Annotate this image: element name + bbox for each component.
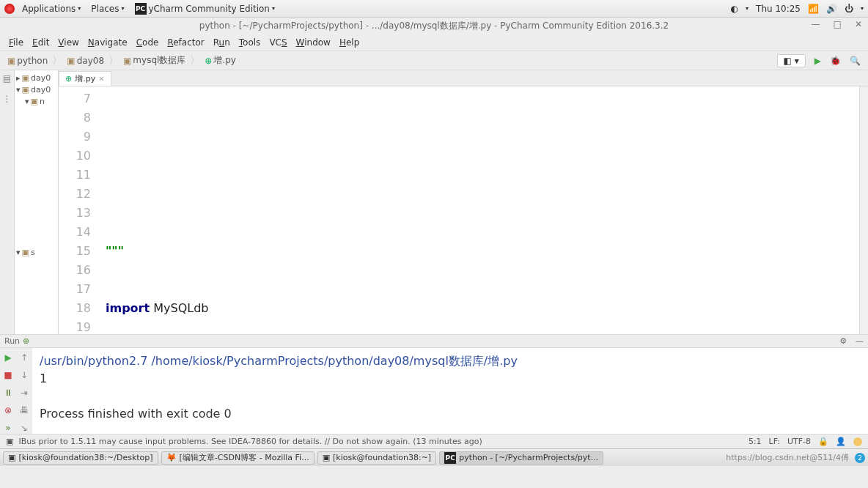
editor-tabs: ⊕ 增.py ✕ <box>59 70 868 86</box>
crumb-mysqldb[interactable]: mysql数据库 <box>133 54 185 67</box>
menu-vcs[interactable]: VCS <box>266 36 290 49</box>
workspace-indicator[interactable]: 2 <box>855 453 865 463</box>
places-menu[interactable]: Places ▾ <box>88 4 127 14</box>
debug-button[interactable]: 🐞 <box>830 56 841 66</box>
down-icon[interactable]: ↓ <box>21 370 28 380</box>
console-command: /usr/bin/python2.7 /home/kiosk/PycharmPr… <box>40 352 861 370</box>
pycharm-icon: PC <box>444 452 456 464</box>
run-actions-gutter-2: ↑ ↓ ⇥ 🖶 ↘ <box>16 348 32 434</box>
menu-refactor[interactable]: Refactor <box>164 36 207 49</box>
window-title: python - [~/PycharmProjects/python] - ..… <box>199 20 669 32</box>
code-editor[interactable]: 789 101112 131415 161718 19 """ import M… <box>59 86 868 334</box>
print-icon[interactable]: 🖶 <box>20 405 29 415</box>
menu-navigate[interactable]: Navigate <box>85 36 130 49</box>
run-tool-header: Run ⊕ ⚙ — <box>0 334 868 347</box>
menu-file[interactable]: File <box>6 36 26 49</box>
menu-window[interactable]: Window <box>293 36 334 49</box>
run-tool-label[interactable]: Run <box>4 336 20 346</box>
navigation-bar: ▣ python 〉 ▣ day08 〉 ▣ mysql数据库 〉 ⊕ 增.py… <box>0 51 868 70</box>
structure-tool-icon[interactable]: ⋮ <box>3 94 12 104</box>
volume-icon[interactable]: 🔊 <box>826 4 837 14</box>
run-script-icon: ⊕ <box>23 336 29 346</box>
gnome-taskbar: ▣[kiosk@foundation38:~/Desktop] 🦊[编辑文章-C… <box>0 448 868 466</box>
folder-icon: ▣ <box>67 56 75 66</box>
activities-icon[interactable] <box>4 4 15 14</box>
menu-help[interactable]: Help <box>336 36 362 49</box>
lock-icon[interactable]: 🔒 <box>818 437 828 446</box>
maximize-button[interactable]: □ <box>834 19 842 29</box>
tool-window-toggle-icon[interactable]: ▣ <box>6 437 13 446</box>
folder-icon: ▣ <box>7 56 15 66</box>
run-actions-gutter: ▶ ■ ⏸ ⊗ » <box>0 348 16 434</box>
task-terminal-1[interactable]: ▣[kiosk@foundation38:~/Desktop] <box>3 451 158 465</box>
firefox-icon: 🦊 <box>166 453 177 462</box>
minimize-tool-icon[interactable]: — <box>856 336 864 346</box>
menu-edit[interactable]: Edit <box>29 36 52 49</box>
left-tool-gutter: ▤ ⋮ <box>0 70 15 334</box>
file-encoding[interactable]: UTF-8 <box>787 437 811 446</box>
inspector-icon[interactable]: 👤 <box>836 437 846 446</box>
status-bar: ▣ IBus prior to 1.5.11 may cause input p… <box>0 434 868 448</box>
pause-icon[interactable]: ⏸ <box>4 388 12 398</box>
folder-icon: ▣ <box>123 56 131 66</box>
status-message[interactable]: IBus prior to 1.5.11 may cause input pro… <box>18 437 482 446</box>
more-icon[interactable]: » <box>5 423 10 433</box>
menu-run[interactable]: Run <box>210 36 233 49</box>
power-icon[interactable]: ⏻ <box>845 4 853 14</box>
rerun-icon[interactable]: ▶ <box>4 352 11 363</box>
task-firefox[interactable]: 🦊[编辑文章-CSDN博客 - Mozilla Fi... <box>161 451 315 465</box>
cursor-position: 5:1 <box>749 437 762 446</box>
crumb-file[interactable]: 增.py <box>213 54 236 67</box>
watermark: https://blog.csdn.net@511/4傅 <box>726 452 852 463</box>
close-tab-icon[interactable]: ✕ <box>98 75 104 83</box>
editor-scrollbar[interactable] <box>859 86 868 334</box>
menu-view[interactable]: View <box>55 36 81 49</box>
terminal-icon: ▣ <box>8 453 15 462</box>
console-exit: Process finished with exit code 0 <box>40 405 861 423</box>
clock[interactable]: Thu 10:25 <box>756 4 801 14</box>
network-icon[interactable]: 📶 <box>808 4 819 14</box>
close-run-icon[interactable]: ⊗ <box>4 405 12 415</box>
console-output: 1 <box>40 370 861 388</box>
gnome-top-bar: Applications ▾ Places ▾ PCyCharm Communi… <box>0 0 868 18</box>
terminal-icon: ▣ <box>323 453 330 462</box>
project-tool-icon[interactable]: ▤ <box>3 73 11 84</box>
pycharm-menu[interactable]: PCyCharm Community Edition ▾ <box>132 3 278 15</box>
menu-tools[interactable]: Tools <box>236 36 264 49</box>
event-log-icon[interactable] <box>853 437 862 446</box>
search-button[interactable]: 🔍 <box>850 56 861 66</box>
code-area[interactable]: """ import MySQLdb # 打开门 conn = MySQLdb.… <box>100 86 859 334</box>
menu-bar: File Edit View Navigate Code Refactor Ru… <box>0 34 868 51</box>
python-file-icon: ⊕ <box>65 74 72 84</box>
close-button[interactable]: ✕ <box>855 19 862 29</box>
exit-icon[interactable]: ↘ <box>21 423 28 433</box>
editor-tab[interactable]: ⊕ 增.py ✕ <box>59 71 111 86</box>
applications-menu[interactable]: Applications ▾ <box>19 4 84 14</box>
crumb-day08[interactable]: day08 <box>77 56 104 66</box>
wrap-icon[interactable]: ⇥ <box>21 388 28 398</box>
menu-code[interactable]: Code <box>133 36 162 49</box>
stop-icon[interactable]: ■ <box>4 370 12 380</box>
accessibility-icon[interactable]: ◐ <box>731 4 738 14</box>
minimize-button[interactable]: — <box>812 19 820 29</box>
line-numbers: 789 101112 131415 161718 19 <box>59 86 100 334</box>
run-button[interactable]: ▶ <box>814 56 821 66</box>
crumb-python[interactable]: python <box>17 56 48 66</box>
settings-icon[interactable]: ⚙ <box>839 336 847 346</box>
line-separator[interactable]: LF: <box>769 437 780 446</box>
task-terminal-2[interactable]: ▣[kiosk@foundation38:~] <box>317 451 437 465</box>
up-icon[interactable]: ↑ <box>21 352 28 363</box>
run-config-selector[interactable]: ◧ ▾ <box>777 54 806 67</box>
project-tree[interactable]: ▸ ▣day0 ▾ ▣day0 ▾ ▣n ▾ ▣s <box>15 70 59 334</box>
task-pycharm[interactable]: PCpython - [~/PycharmProjects/pyt... <box>439 451 603 465</box>
window-titlebar: python - [~/PycharmProjects/python] - ..… <box>0 18 868 34</box>
python-file-icon: ⊕ <box>205 56 212 66</box>
run-console[interactable]: /usr/bin/python2.7 /home/kiosk/PycharmPr… <box>32 348 868 434</box>
